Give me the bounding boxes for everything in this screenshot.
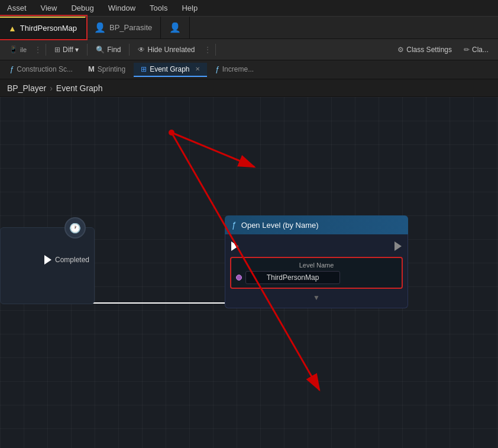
subtab-eventgraph[interactable]: ⊞ Event Graph ✕ xyxy=(134,63,206,77)
person-icon-2: 👤 xyxy=(169,22,181,33)
menu-view[interactable]: View xyxy=(38,2,60,14)
diff-icon: ⊞ xyxy=(54,46,60,54)
subtab-increment[interactable]: ƒ Increme... xyxy=(208,62,261,77)
toolbar: 📱 ile ⋮ ⊞ Diff ▾ 🔍 Find 👁 Hide Unrelated… xyxy=(0,39,498,60)
completed-exec-pin[interactable] xyxy=(44,255,51,265)
hide-unrelated-label: Hide Unrelated xyxy=(147,46,195,54)
tab-thirdpersonmap[interactable]: ▲ ThirdPersonMap xyxy=(0,17,86,38)
tab-label-bp-parasite: BP_Parasite xyxy=(109,23,152,32)
function-icon: ƒ xyxy=(232,220,237,230)
sprinting-icon: M xyxy=(88,65,95,73)
breadcrumb-bp-player[interactable]: BP_Player xyxy=(7,83,46,93)
param-pin[interactable] xyxy=(236,275,242,281)
sep-2 xyxy=(87,44,88,56)
node-title: Open Level (by Name) xyxy=(241,221,319,230)
sep-4 xyxy=(215,44,216,56)
map-warning-icon: ▲ xyxy=(8,24,17,33)
clock-icon: 🕐 xyxy=(64,217,86,238)
find-icon: 🔍 xyxy=(96,46,105,54)
param-row xyxy=(236,271,397,284)
expand-button[interactable]: ▼ xyxy=(225,291,408,304)
right-toolbar: ⚙ Class Settings ✏ Cla... xyxy=(393,43,493,56)
menu-tools[interactable]: Tools xyxy=(147,2,170,14)
breadcrumb-event-graph: Event Graph xyxy=(56,83,103,93)
subtab-sprinting[interactable]: M Sprinting xyxy=(81,62,132,77)
diff-label: Diff ▾ xyxy=(63,46,79,54)
menu-asset[interactable]: Asset xyxy=(5,2,29,14)
mobile-icon: 📱 xyxy=(9,46,18,53)
construction-icon: ƒ xyxy=(9,65,14,73)
tab-bp-parasite[interactable]: 👤 BP_Parasite xyxy=(86,17,161,38)
toolbar-dots: ⋮ xyxy=(34,45,42,54)
close-icon[interactable]: ✕ xyxy=(195,66,200,72)
timer-pin-row: Completed xyxy=(1,252,94,268)
edit-icon: ✏ xyxy=(464,46,470,54)
class-settings-button[interactable]: ⚙ Class Settings xyxy=(393,43,457,56)
exec-row xyxy=(225,238,408,254)
subtab-increment-label: Increme... xyxy=(222,65,254,73)
menu-bar: Asset View Debug Window Tools Help xyxy=(0,0,498,17)
subtab-sprinting-label: Sprinting xyxy=(98,65,125,73)
level-name-input[interactable] xyxy=(245,271,340,284)
mobile-label: ile xyxy=(20,46,27,53)
completed-label: Completed xyxy=(55,256,89,264)
class-settings-label: Class Settings xyxy=(406,46,452,54)
param-label: Level Name xyxy=(236,262,397,269)
tab-bar: ▲ ThirdPersonMap 👤 BP_Parasite 👤 xyxy=(0,17,498,39)
increment-icon: ƒ xyxy=(215,65,219,73)
toolbar-dots-2: ⋮ xyxy=(203,45,212,54)
exec-in-pin[interactable] xyxy=(231,241,238,251)
menu-help[interactable]: Help xyxy=(179,2,200,14)
node-body-open-level: Level Name ▼ xyxy=(225,234,408,308)
hide-unrelated-icon: 👁 xyxy=(138,46,145,54)
eventgraph-icon: ⊞ xyxy=(141,65,147,73)
class-defaults-label: Cla... xyxy=(472,46,489,54)
tab-extra[interactable]: 👤 xyxy=(161,17,190,38)
sep-1 xyxy=(46,44,46,56)
subtab-construction[interactable]: ƒ Construction Sc... xyxy=(2,62,80,77)
sep-3 xyxy=(129,44,130,56)
breadcrumb: BP_Player › Event Graph xyxy=(0,79,498,97)
compile-button[interactable]: 📱 ile xyxy=(5,43,31,56)
node-header-open-level: ƒ Open Level (by Name) xyxy=(225,215,408,234)
hide-unrelated-button[interactable]: 👁 Hide Unrelated xyxy=(133,43,199,56)
tab-label-thirdpersonmap: ThirdPersonMap xyxy=(20,24,77,33)
subtab-eventgraph-label: Event Graph xyxy=(150,65,189,73)
node-timer[interactable]: 🕐 Completed xyxy=(0,227,95,304)
diff-button[interactable]: ⊞ Diff ▾ xyxy=(50,43,83,56)
class-defaults-button[interactable]: ✏ Cla... xyxy=(459,43,493,56)
breadcrumb-separator: › xyxy=(50,83,53,93)
settings-icon: ⚙ xyxy=(397,46,404,54)
menu-debug[interactable]: Debug xyxy=(69,2,96,14)
menu-window[interactable]: Window xyxy=(106,2,138,14)
node-open-level[interactable]: ƒ Open Level (by Name) Level Name ▼ xyxy=(225,215,408,308)
find-button[interactable]: 🔍 Find xyxy=(91,43,125,56)
subtab-bar: ƒ Construction Sc... M Sprinting ⊞ Event… xyxy=(0,60,498,79)
blueprint-canvas[interactable]: 🕐 Completed ƒ Open Level (by Name) Level… xyxy=(0,97,498,448)
param-section: Level Name xyxy=(230,257,403,289)
subtab-construction-label: Construction Sc... xyxy=(17,65,73,73)
exec-out-pin[interactable] xyxy=(394,241,402,251)
find-label: Find xyxy=(107,46,121,54)
person-icon: 👤 xyxy=(94,22,106,33)
